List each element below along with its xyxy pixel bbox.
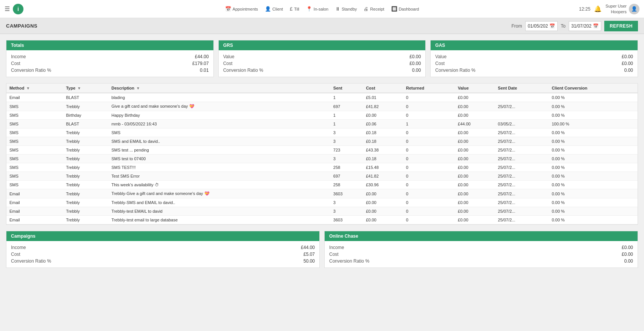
nav-insalon[interactable]: 📍 In-salon [306,6,328,12]
cell-2[interactable]: blading [109,93,330,102]
nav-standby[interactable]: ⏸ Standby [335,6,357,12]
desc-filter-icon[interactable]: ▼ [136,86,140,90]
campaigns-income-row: Income £44.00 [11,244,315,251]
nav-till[interactable]: £ Till [290,6,299,12]
col-cost: Cost [363,84,403,93]
cell-2[interactable]: SMS test ... pending [109,146,330,155]
to-date-input[interactable]: 31/07/202 📅 [569,21,601,31]
cell-3: 697 [330,102,363,111]
table-row[interactable]: SMSBLASTmmb - 03/05/2022 16:431£0.061£44… [6,120,638,128]
gas-card: GAS Value £0.00 Cost £0.00 Conversion Ra… [430,40,638,77]
table-row[interactable]: SMSTrebblySMS test ... pending723£43.380… [6,146,638,155]
totals-conversion-row: Conversion Ratio % 0.01 [11,67,209,74]
cell-2[interactable]: Happy Birthday [109,111,330,120]
cell-1: Trebbly [63,207,108,216]
top-navigation: ☰ i 📅 Appointments 👤 Client £ Till 📍 In-… [0,0,644,18]
cell-7: 25/07/2... [495,155,549,163]
cell-5: 0 [403,163,455,172]
table-row[interactable]: SMSTrebblySMS test to 074003£0.180£0.002… [6,155,638,163]
cell-2[interactable]: Test SMS Error [109,172,330,181]
grs-conversion-row: Conversion Ratio % 0.00 [223,67,421,74]
cell-4: £41.82 [363,172,403,181]
cell-2[interactable]: SMS and EMAIL to david.. [109,137,330,146]
cell-2[interactable]: Trebbly-test EMAIL to david [109,207,330,216]
cell-6: £0.00 [455,128,495,137]
table-row[interactable]: EmailTrebblyTrebbly-SMS and EMAIL to dav… [6,198,638,207]
cell-8: 0.00 % [549,172,638,181]
user-avatar: 👤 [629,4,639,14]
grs-card: GRS Value £0.00 Cost £0.00 Conversion Ra… [218,40,426,77]
cell-2[interactable]: This week's availability ⏱ [109,181,330,189]
cell-7: 25/07/2... [495,137,549,146]
cell-2[interactable]: mmb - 03/05/2022 16:43 [109,120,330,128]
cell-2[interactable]: Trebbly-test email to large database [109,216,330,224]
till-icon: £ [290,6,292,12]
cell-3: 258 [330,181,363,189]
cell-8: 0.00 % [549,189,638,198]
online-chase-card: Online Chase Income £0.00 Cost £0.00 Con… [324,231,638,268]
cell-4: £0.06 [363,120,403,128]
cell-2[interactable]: Trebbly-Give a gift card and make someon… [109,189,330,198]
online-chase-income-row: Income £0.00 [329,244,633,251]
cell-0: Email [6,189,63,198]
cell-6: £0.00 [455,216,495,224]
method-filter-icon[interactable]: ▼ [26,86,30,90]
user-info: Super User Hoopers 👤 [605,3,639,14]
cell-3: 3 [330,137,363,146]
nav-client[interactable]: 👤 Client [265,6,283,12]
cell-7: 25/07/2... [495,102,549,111]
table-row[interactable]: SMSTrebblySMS TEST!!!258£15.480£0.0025/0… [6,163,638,172]
cell-0: Email [6,93,63,102]
cell-6: £0.00 [455,189,495,198]
cell-8: 0.00 % [549,137,638,146]
totals-income-row: Income £44.00 [11,53,209,60]
nav-appointments[interactable]: 📅 Appointments [225,6,258,12]
gas-cost-row: Cost £0.00 [435,60,633,67]
cell-0: SMS [6,111,63,120]
cell-8: 0.00 % [549,146,638,155]
online-chase-cost-row: Cost £0.00 [329,251,633,258]
table-row[interactable]: SMSTrebblySMS3£0.180£0.0025/07/2...0.00 … [6,128,638,137]
cell-6: £0.00 [455,102,495,111]
calendar-icon: 📅 [549,23,555,29]
table-row[interactable]: SMSTrebblyTest SMS Error697£41.820£0.002… [6,172,638,181]
hamburger-icon[interactable]: ☰ [5,5,10,12]
cell-7: 03/05/2... [495,120,549,128]
cell-0: SMS [6,163,63,172]
totals-cost-row: Cost £179.07 [11,60,209,67]
table-row[interactable]: SMSTrebblySMS and EMAIL to david..3£0.18… [6,137,638,146]
table-row[interactable]: SMSBirthdayHappy Birthday1£0.000£0.000.0… [6,111,638,120]
cell-2[interactable]: Give a gift card and make someone's day … [109,102,330,111]
table-row[interactable]: SMSTrebblyThis week's availability ⏱258£… [6,181,638,189]
bell-icon[interactable]: 🔔 [594,5,602,12]
table-row[interactable]: EmailTrebblyTrebbly-test EMAIL to david3… [6,207,638,216]
cell-8: 0.00 % [549,181,638,189]
table-row[interactable]: EmailTrebblyTrebbly-Give a gift card and… [6,189,638,198]
table-row[interactable]: SMSTrebblyGive a gift card and make some… [6,102,638,111]
cell-2[interactable]: SMS test to 07400 [109,155,330,163]
gas-conversion-row: Conversion Ratio % 0.00 [435,67,633,74]
cell-2[interactable]: SMS TEST!!! [109,163,330,172]
cell-4: £15.48 [363,163,403,172]
nav-dashboard[interactable]: 🔲 Dashboard [391,6,419,12]
cell-2[interactable]: SMS [109,128,330,137]
cell-1: Trebbly [63,172,108,181]
cell-0: SMS [6,120,63,128]
col-type[interactable]: Type ▼ [63,84,108,93]
table-row[interactable]: EmailBLASTblading1£5.010£0.000.00 % [6,93,638,102]
col-method[interactable]: Method ▼ [6,84,63,93]
cell-2[interactable]: Trebbly-SMS and EMAIL to david.. [109,198,330,207]
cell-8: 0.00 % [549,102,638,111]
grs-value-row: Value £0.00 [223,53,421,60]
type-filter-icon[interactable]: ▼ [77,86,81,90]
cell-6: £0.00 [455,111,495,120]
cell-5: 0 [403,146,455,155]
cell-8: 0.00 % [549,207,638,216]
table-row[interactable]: EmailTrebblyTrebbly-test email to large … [6,216,638,224]
refresh-button[interactable]: REFRESH [604,21,638,31]
nav-time: 12:25 [579,6,590,12]
nav-receipt[interactable]: 🖨 Receipt [364,6,384,12]
from-date-input[interactable]: 01/05/202 📅 [525,21,558,31]
gas-card-body: Value £0.00 Cost £0.00 Conversion Ratio … [431,50,638,77]
col-description[interactable]: Description ▼ [109,84,330,93]
